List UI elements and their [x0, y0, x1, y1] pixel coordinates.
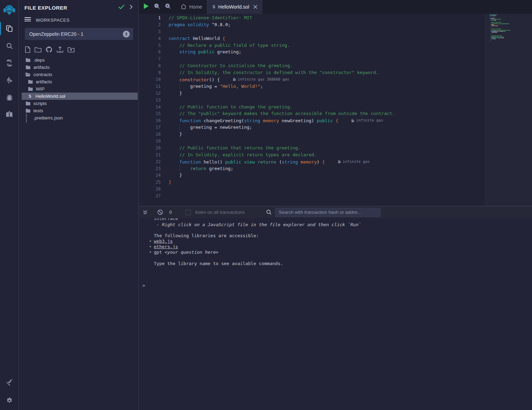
workspace-select[interactable]: OpenZeppelin ERC20 - 1 — [25, 28, 133, 40]
tree-item[interactable]: tests — [19, 107, 138, 114]
solidity-compiler-icon[interactable] — [0, 54, 19, 72]
code-line[interactable]: contract HelloWorld { — [169, 35, 225, 42]
terminal-output[interactable]: interface - Right click on a JavaScript … — [139, 218, 532, 410]
line-number[interactable]: 13 — [139, 97, 161, 104]
tree-item[interactable]: contracts — [19, 71, 138, 78]
code-lines: 1// SPDX-License-Identifier: MIT2pragma … — [139, 14, 485, 206]
tree-item[interactable]: { }.prettierrc.json — [19, 114, 138, 122]
line-number[interactable]: 27 — [139, 192, 161, 199]
tab-helloworld-sol[interactable]: S HelloWorld.sol — [207, 0, 263, 14]
line-number[interactable]: 6 — [139, 49, 161, 55]
line-number[interactable]: 25 — [139, 179, 161, 186]
code-line[interactable]: // SPDX-License-Identifier: MIT — [169, 14, 252, 21]
listen-transactions-checkbox[interactable] — [185, 210, 191, 215]
code-line[interactable]: return greeting; — [169, 165, 233, 172]
tree-item[interactable]: WIP — [19, 85, 138, 93]
tab-home[interactable]: Home — [176, 0, 207, 14]
line-number[interactable]: 21 — [139, 151, 161, 158]
line-number[interactable]: 20 — [139, 145, 161, 151]
search-icon[interactable] — [0, 37, 19, 54]
terminal-prompt[interactable]: > — [139, 283, 532, 288]
tree-item[interactable]: SHelloWorld.sol — [22, 93, 138, 100]
workspaces-label: WORKSPACES — [36, 18, 70, 23]
code-line[interactable]: // Public function to change the greetin… — [169, 104, 292, 111]
file-tree: .depsartifactscontractsartifactsWIPSHell… — [19, 56, 138, 122]
zoom-out-icon[interactable] — [154, 3, 160, 11]
new-folder-icon[interactable] — [34, 46, 42, 53]
code-line[interactable]: // The "public" keyword makes the functi… — [169, 110, 395, 117]
line-number[interactable]: 2 — [139, 21, 161, 28]
code-line[interactable]: // In Solidity, explicit return types ar… — [169, 151, 317, 158]
line-number[interactable]: 5 — [139, 42, 161, 49]
tree-item[interactable]: scripts — [19, 100, 138, 107]
line-number[interactable]: 15 — [139, 110, 161, 117]
github-clone-icon[interactable] — [45, 46, 53, 53]
line-number[interactable]: 17 — [139, 124, 161, 131]
code-line[interactable]: // Declare a public field of type string… — [169, 42, 290, 49]
code-editor[interactable]: 1// SPDX-License-Identifier: MIT2pragma … — [139, 14, 532, 206]
line-number[interactable]: 23 — [139, 165, 161, 172]
tree-item-label: tests — [33, 108, 43, 113]
code-line[interactable]: } — [169, 172, 182, 179]
collapse-panel-chevron-icon[interactable] — [129, 4, 133, 11]
library-link[interactable]: web3.js — [154, 239, 173, 244]
code-line[interactable]: } — [169, 131, 182, 138]
minimap[interactable] — [490, 14, 521, 44]
line-number[interactable]: 3 — [139, 28, 161, 35]
plugin-manager-icon[interactable] — [0, 374, 19, 391]
terminal-line: •web3.js — [139, 239, 532, 244]
line-number[interactable]: 22 — [139, 158, 161, 165]
line-number[interactable]: 26 — [139, 186, 161, 192]
editor-scroll-gutter[interactable] — [485, 14, 532, 206]
tree-item[interactable]: .deps — [19, 56, 138, 64]
line-number[interactable]: 8 — [139, 62, 161, 69]
workspaces-menu-icon[interactable] — [24, 17, 31, 23]
deploy-run-icon[interactable] — [0, 72, 19, 89]
accept-check-icon[interactable] — [118, 4, 125, 11]
line-number[interactable]: 9 — [139, 69, 161, 76]
line-number[interactable]: 7 — [139, 55, 161, 62]
zoom-in-icon[interactable] — [165, 3, 171, 11]
tree-item[interactable]: artifacts — [19, 64, 138, 71]
terminal-line — [139, 255, 532, 261]
run-script-play-button[interactable] — [143, 3, 149, 11]
code-line[interactable]: pragma solidity ^0.8.0; — [169, 21, 231, 28]
learneth-icon[interactable] — [0, 106, 19, 123]
line-number[interactable]: 24 — [139, 172, 161, 179]
settings-icon[interactable] — [0, 391, 19, 410]
code-line[interactable]: // In Solidity, the constructor is defin… — [169, 69, 379, 76]
terminal-expand-icon[interactable] — [143, 210, 148, 215]
line-number[interactable]: 12 — [139, 90, 161, 97]
code-line[interactable]: greeting = "Hello, World!"; — [169, 83, 263, 90]
code-line[interactable]: function hello() public view returns (st… — [169, 158, 370, 165]
code-line[interactable]: greeting = newGreeting; — [169, 124, 252, 131]
line-number[interactable]: 4 — [139, 35, 161, 42]
code-line[interactable]: } — [169, 90, 182, 97]
line-number[interactable]: 10 — [139, 76, 161, 83]
new-file-icon[interactable] — [25, 46, 31, 53]
workspace-select-chevrons-icon[interactable] — [123, 31, 130, 38]
terminal-line — [139, 228, 532, 233]
upload-folder-icon[interactable] — [67, 46, 75, 53]
line-number[interactable]: 14 — [139, 104, 161, 111]
code-line[interactable]: string public greeting; — [169, 49, 241, 55]
line-number[interactable]: 16 — [139, 117, 161, 124]
upload-file-icon[interactable] — [56, 46, 64, 53]
line-number[interactable]: 18 — [139, 131, 161, 138]
line-number[interactable]: 11 — [139, 83, 161, 90]
library-link[interactable]: ethers.js — [154, 244, 178, 249]
line-number[interactable]: 1 — [139, 14, 161, 21]
code-line[interactable]: constructor() {infinite gas 368600 gas — [169, 76, 289, 83]
code-line[interactable]: // Public function that returns the gree… — [169, 145, 301, 151]
line-number[interactable]: 19 — [139, 138, 161, 145]
debugger-icon[interactable] — [0, 89, 19, 106]
code-line[interactable]: } — [169, 179, 171, 186]
file-explorer-icon[interactable] — [0, 20, 19, 37]
terminal-search-input[interactable] — [275, 208, 381, 217]
tree-item[interactable]: artifacts — [19, 78, 138, 85]
code-line[interactable]: // Constructor to initialize the greetin… — [169, 62, 292, 69]
code-line[interactable]: function changeGreeting(string memory ne… — [169, 117, 383, 124]
remix-logo-icon[interactable] — [0, 0, 19, 20]
clear-console-icon[interactable] — [157, 209, 163, 215]
tab-close-icon[interactable] — [253, 5, 257, 9]
